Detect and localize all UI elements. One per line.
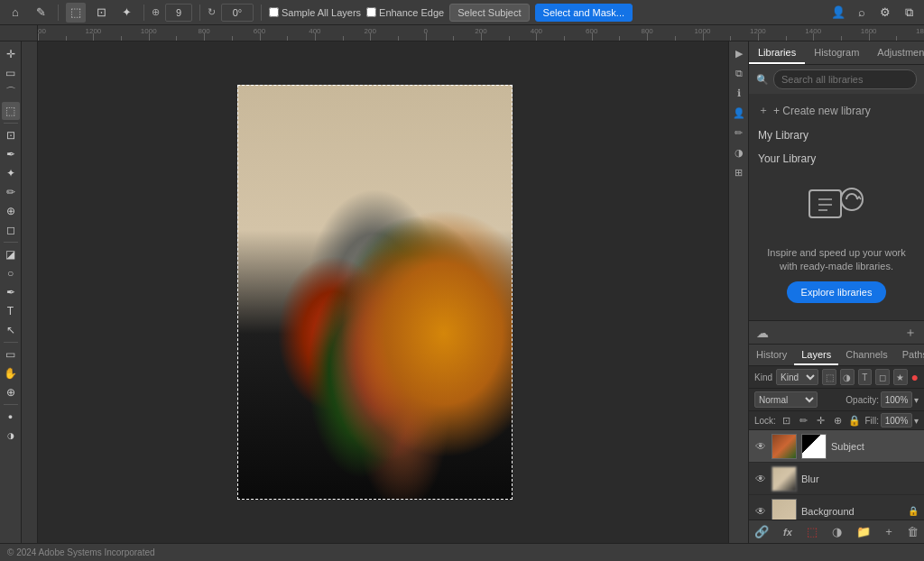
layer-row-subject[interactable]: 👁 Subject	[749, 430, 924, 463]
heal-tool[interactable]: ✦	[2, 164, 20, 182]
quick-mask-tool[interactable]: ◑	[2, 427, 20, 445]
sep4	[261, 5, 262, 21]
brush-options-btn[interactable]: ✎	[31, 3, 51, 23]
magic-wand-btn[interactable]: ✦	[116, 3, 136, 23]
fill-chevron-icon[interactable]: ▾	[914, 416, 919, 426]
tab-channels[interactable]: Channels	[838, 345, 894, 365]
new-group-icon[interactable]: 📁	[856, 525, 871, 538]
filter-adjust-btn[interactable]: ◑	[840, 369, 855, 385]
eraser-tool[interactable]: ◻	[2, 221, 20, 239]
marquee-tool[interactable]: ▭	[2, 64, 20, 82]
layers-filter-row: Kind Kind ⬚ ◑ T ◻ ★ ●	[749, 366, 924, 389]
tab-layers[interactable]: Layers	[794, 345, 838, 365]
explore-libraries-btn[interactable]: Explore libraries	[787, 281, 887, 303]
eyedropper-tool[interactable]: ✒	[2, 145, 20, 163]
brush-tool[interactable]: ✏	[2, 183, 20, 201]
search-btn[interactable]: ⌕	[852, 3, 872, 23]
ruler-vertical	[22, 41, 38, 543]
foreground-color[interactable]: ●	[2, 408, 20, 426]
adjustment-layer-icon[interactable]: ◑	[832, 525, 842, 538]
move-tool[interactable]: ✛	[2, 45, 20, 63]
dodge-tool[interactable]: ○	[2, 264, 20, 282]
layers-blend-row: Normal Opacity: ▾	[749, 389, 924, 411]
lock-transparent-btn[interactable]: ⊡	[780, 413, 793, 428]
promo-text: Inspire and speed up your work with read…	[758, 246, 915, 274]
tool-sep1	[4, 123, 18, 124]
libraries-panel: Libraries Histogram Adjustments 🔍 ＋ + Cr…	[749, 41, 924, 321]
lock-all-btn[interactable]: 🔒	[848, 413, 862, 428]
tool-sep2	[4, 242, 18, 243]
cloud-sync-icon[interactable]: ☁	[756, 326, 769, 340]
brush-size-input[interactable]: 9	[165, 4, 192, 22]
sample-all-layers-check[interactable]: Sample All Layers	[269, 7, 361, 18]
gradient-tool[interactable]: ◪	[2, 245, 20, 263]
window-restore-btn[interactable]: ⧉	[899, 3, 919, 23]
quick-select-tool[interactable]: ⬚	[2, 102, 20, 120]
select-subject-btn[interactable]: Select Subject	[449, 4, 529, 22]
crop-tool[interactable]: ⊡	[2, 126, 20, 144]
tab-histogram[interactable]: Histogram	[805, 41, 868, 64]
layer-thumb-subject	[772, 434, 797, 459]
grid-icon[interactable]: ⊞	[731, 164, 747, 180]
opacity-chevron-icon[interactable]: ▾	[914, 395, 919, 405]
tab-paths[interactable]: Paths	[895, 345, 924, 365]
rotation-input[interactable]: 0°	[221, 4, 254, 22]
layer-visibility-subject[interactable]: 👁	[754, 440, 767, 453]
user-account-btn[interactable]: 👤	[828, 3, 848, 23]
lock-paint-btn[interactable]: ✏	[797, 413, 810, 428]
canvas-area[interactable]	[22, 41, 728, 543]
my-library-item[interactable]: My Library	[749, 124, 924, 147]
canvas-image[interactable]	[237, 85, 513, 500]
object-selection-btn[interactable]: ⊡	[91, 3, 111, 23]
brush-icon[interactable]: ✏	[731, 124, 747, 141]
add-mask-icon[interactable]: ⬚	[807, 525, 818, 538]
enhance-edge-check[interactable]: Enhance Edge	[366, 7, 444, 18]
filter-pixel-btn[interactable]: ⬚	[822, 369, 836, 385]
filter-smart-btn[interactable]: ★	[893, 369, 908, 385]
panel-collapse-btn[interactable]: ▶	[731, 45, 747, 61]
lock-position-btn[interactable]: ✛	[814, 413, 827, 428]
tab-adjustments[interactable]: Adjustments	[868, 41, 924, 64]
delete-layer-icon[interactable]: 🗑	[907, 525, 919, 538]
layer-visibility-blur[interactable]: 👁	[754, 473, 767, 485]
fx-icon[interactable]: fx	[783, 527, 792, 538]
quick-selection-btn[interactable]: ⬚	[66, 3, 86, 23]
layer-row-background[interactable]: 👁 Background 🔒	[749, 495, 924, 520]
opacity-input[interactable]	[881, 391, 912, 408]
hand-tool[interactable]: ✋	[2, 364, 20, 382]
filter-toggle[interactable]: ●	[911, 370, 919, 384]
add-item-icon[interactable]: ＋	[904, 325, 917, 341]
zoom-tool[interactable]: ⊕	[2, 383, 20, 401]
person-icon[interactable]: 👤	[731, 105, 747, 121]
layer-row-blur[interactable]: 👁 Blur	[749, 463, 924, 495]
filter-icon[interactable]: ⧉	[731, 65, 747, 81]
fill-input[interactable]	[881, 413, 912, 428]
layer-visibility-background[interactable]: 👁	[754, 505, 767, 518]
lock-artboard-btn[interactable]: ⊕	[831, 413, 845, 428]
tab-history[interactable]: History	[749, 345, 794, 365]
blend-mode-select[interactable]: Normal	[754, 391, 818, 408]
info-icon[interactable]: ℹ	[731, 85, 747, 101]
settings-btn[interactable]: ⚙	[875, 3, 895, 23]
tab-libraries[interactable]: Libraries	[749, 41, 805, 64]
create-new-library-btn[interactable]: ＋ + Create new library	[749, 97, 924, 124]
new-layer-icon[interactable]: +	[885, 525, 892, 538]
filter-type-btn[interactable]: T	[858, 369, 873, 385]
type-tool[interactable]: T	[2, 302, 20, 320]
pen-tool[interactable]: ✒	[2, 283, 20, 301]
select-and-mask-btn[interactable]: Select and Mask...	[535, 4, 633, 22]
lasso-tool[interactable]: ⌒	[2, 83, 20, 101]
link-layers-icon[interactable]: 🔗	[754, 525, 769, 538]
top-right-icons: 👤 ⌕ ⚙ ⧉	[828, 3, 919, 23]
search-libraries-input[interactable]	[773, 69, 917, 89]
your-library-item[interactable]: Your Library	[749, 147, 924, 170]
shape-tool[interactable]: ▭	[2, 345, 20, 363]
home-btn[interactable]: ⌂	[5, 3, 25, 23]
top-toolbar: ⌂ ✎ ⬚ ⊡ ✦ ⊕ 9 ↻ 0° Sample All Layers Enh…	[0, 0, 924, 25]
layers-bottom-bar: 🔗 fx ⬚ ◑ 📁 + 🗑	[749, 520, 924, 543]
stamp-tool[interactable]: ⊕	[2, 202, 20, 220]
path-select-tool[interactable]: ↖	[2, 321, 20, 339]
adjustment-icon[interactable]: ◑	[731, 144, 747, 161]
filter-shape-btn[interactable]: ◻	[875, 369, 890, 385]
kind-filter-select[interactable]: Kind	[776, 369, 818, 385]
